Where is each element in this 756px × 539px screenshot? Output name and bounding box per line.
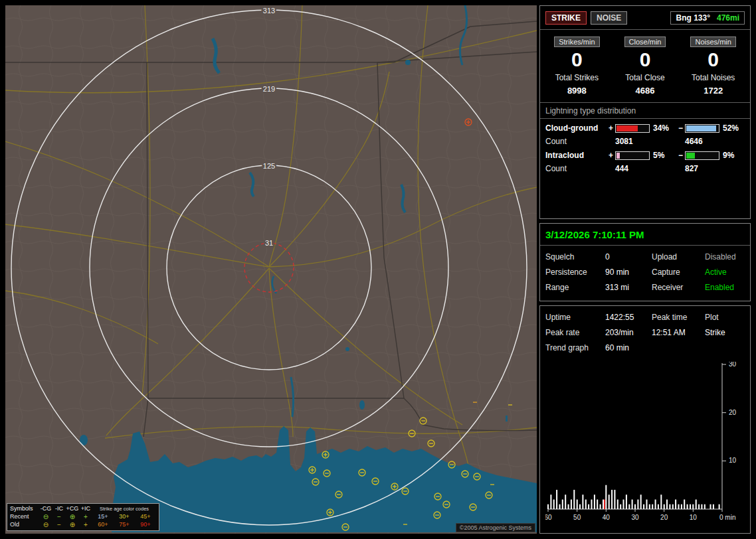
intracloud-count-row: Count 444 827 (540, 160, 750, 173)
trend-chart-svg: 6050403020100 min302010 (545, 362, 745, 525)
peak-time-label: Peak time (652, 313, 705, 322)
trend-chart: 6050403020100 min302010 (545, 362, 747, 528)
strike-symbol-glyph: + (79, 521, 92, 528)
close-per-min-value: 0 (611, 48, 680, 70)
ring-distance-label: 31 (265, 239, 273, 247)
cloud-ground-count-row: Count 3081 4646 (540, 133, 750, 146)
total-strikes: Total Strikes 8998 (543, 73, 611, 96)
squelch-label: Squelch (545, 252, 605, 262)
age-code: 45+ (135, 513, 156, 520)
noises-per-min-label: Noises/min (690, 37, 735, 47)
total-close-value: 4686 (611, 86, 680, 96)
peak-rate-value: 203/min (605, 328, 652, 337)
total-strikes-label: Total Strikes (543, 73, 611, 82)
legend-symbols-header: Symbols (10, 505, 39, 512)
noise-button[interactable]: NOISE (591, 11, 627, 25)
cloud-ground-positive-percent: 34% (650, 123, 676, 133)
capture-status: Active (705, 268, 745, 277)
count-label: Count (545, 137, 615, 146)
trend-graph-label: Trend graph (545, 343, 605, 352)
plus-sign: + (607, 123, 615, 133)
lightning-map[interactable]: 31321912531 (5, 5, 537, 534)
cloud-ground-positive-count: 3081 (615, 137, 685, 146)
intracloud-positive-percent: 5% (650, 151, 676, 160)
receiver-label: Receiver (652, 283, 705, 292)
age-code: 75+ (114, 521, 135, 528)
svg-text:30: 30 (729, 362, 737, 368)
uptime-value: 1422:55 (605, 313, 652, 322)
rate-counters: Strikes/min 0 Close/min 0 Noises/min 0 (540, 30, 750, 70)
trend-panel: Uptime 1422:55 Peak time Plot Peak rate … (539, 305, 751, 534)
intracloud-negative-percent: 9% (719, 151, 745, 160)
persistence-label: Persistence (545, 268, 605, 277)
datetime-display: 3/12/2026 7:10:11 PM (540, 224, 750, 245)
legend-column-header: -IC (52, 505, 66, 512)
strike-symbol-glyph: − (52, 521, 66, 528)
cloud-ground-positive-bar (615, 124, 650, 133)
map-view[interactable]: 31321912531 Symbols-CG-IC+CG+ICStrike ag… (5, 5, 537, 534)
status-grid: Squelch 0 Upload Disabled Persistence 90… (540, 246, 750, 299)
intracloud-row: Intracloud + 5% − 9% (540, 146, 750, 160)
cloud-ground-negative-bar (685, 124, 719, 133)
legend-column-header: +CG (66, 505, 79, 512)
total-close-label: Total Close (611, 73, 680, 82)
strikes-per-min-counter: Strikes/min 0 (543, 35, 611, 70)
upload-label: Upload (652, 252, 705, 262)
receiver-status: Enabled (705, 283, 745, 292)
intracloud-label: Intracloud (545, 151, 607, 160)
minus-sign: − (676, 123, 685, 133)
svg-text:10: 10 (729, 457, 737, 464)
plus-sign: + (607, 151, 615, 160)
svg-text:10: 10 (690, 514, 698, 521)
strikes-per-min-value: 0 (543, 48, 611, 70)
total-noises: Total Noises 1722 (679, 73, 747, 96)
range-value: 313 mi (605, 283, 652, 292)
cloud-ground-row: Cloud-ground + 34% − 52% (540, 119, 750, 133)
strike-symbol-glyph: ⊕ (66, 513, 79, 520)
peak-rate-label: Peak rate (545, 328, 605, 337)
intracloud-positive-count: 444 (615, 164, 685, 173)
legend-age-header: Strike age color codes (92, 505, 156, 512)
svg-text:40: 40 (603, 514, 611, 521)
trend-bars (547, 485, 720, 509)
age-code: 15+ (92, 513, 114, 520)
legend-row-label: Old (10, 521, 39, 528)
cloud-ground-negative-count: 4646 (685, 137, 745, 146)
age-code: 30+ (114, 513, 135, 520)
legend-column-header: +IC (79, 505, 92, 512)
total-noises-label: Total Noises (679, 73, 747, 82)
copyright-label: ©2005 Astrogenic Systems (456, 523, 535, 532)
svg-text:0 min: 0 min (719, 514, 735, 521)
svg-text:20: 20 (660, 514, 668, 521)
count-label: Count (545, 164, 615, 173)
distribution-title: Lightning type distribution (540, 103, 750, 118)
plot-value: Strike (705, 328, 745, 337)
trend-graph-value: 60 min (605, 343, 652, 352)
ring-distance-label: 219 (263, 85, 275, 93)
strike-symbol-glyph: + (79, 513, 92, 520)
bearing-distance: 476mi (717, 13, 739, 23)
squelch-value: 0 (605, 252, 652, 262)
cloud-ground-label: Cloud-ground (545, 123, 607, 133)
bearing-display: Bng 133° 476mi (670, 11, 745, 25)
age-code: 90+ (135, 521, 156, 528)
legend-row-label: Recent (10, 513, 39, 520)
svg-text:30: 30 (631, 514, 639, 521)
peak-time-value: 12:51 AM (652, 328, 705, 337)
legend-column-header: -CG (39, 505, 52, 512)
chart-axes (548, 363, 722, 509)
mode-header-row: STRIKE NOISE Bng 133° 476mi (540, 6, 750, 29)
strike-symbol-glyph: ⊕ (66, 521, 79, 528)
statistics-panel: STRIKE NOISE Bng 133° 476mi Strikes/min … (539, 5, 751, 219)
strike-button[interactable]: STRIKE (545, 11, 587, 25)
uptime-label: Uptime (545, 313, 605, 322)
plot-label: Plot (705, 313, 745, 322)
noises-per-min-value: 0 (679, 48, 747, 70)
svg-text:50: 50 (573, 514, 581, 521)
cloud-ground-negative-percent: 52% (719, 123, 745, 133)
close-per-min-label: Close/min (624, 37, 666, 47)
legend-grid: Symbols-CG-IC+CG+ICStrike age color code… (10, 505, 156, 528)
total-noises-value: 1722 (679, 86, 747, 96)
total-counters: Total Strikes 8998 Total Close 4686 Tota… (540, 70, 750, 102)
ring-distance-label: 313 (263, 7, 275, 15)
